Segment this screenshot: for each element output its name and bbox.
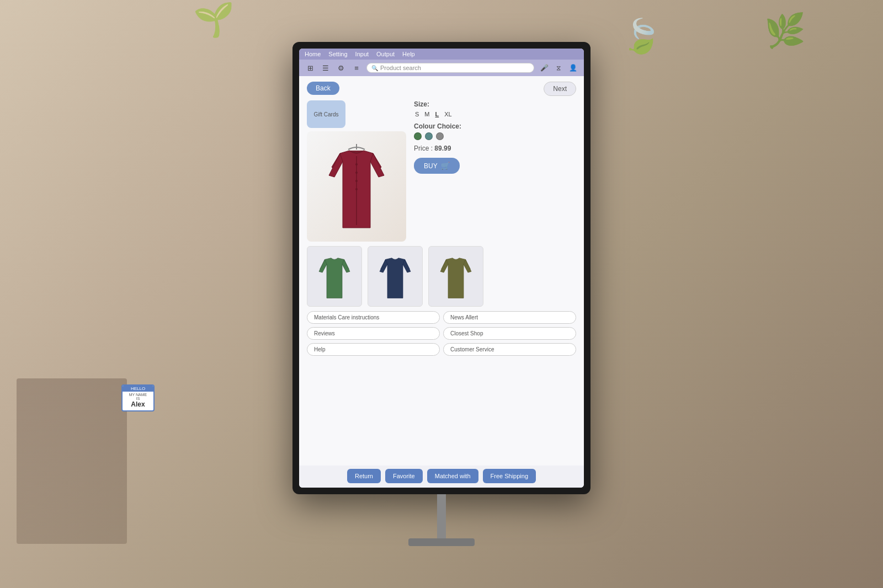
size-m[interactable]: M: [423, 110, 430, 118]
reviews-button[interactable]: Reviews: [307, 327, 440, 340]
svg-point-3: [355, 172, 358, 174]
cart-icon: 🛒: [441, 162, 450, 170]
size-xl[interactable]: XL: [443, 110, 453, 118]
menu-help[interactable]: Help: [402, 51, 415, 57]
matched-with-button[interactable]: Matched with: [427, 469, 478, 483]
menu-home[interactable]: Home: [305, 51, 321, 57]
help-button[interactable]: Help: [307, 343, 440, 356]
info-grid: Materials Care instructions News Allert …: [307, 311, 576, 356]
filter-icon[interactable]: ⧖: [553, 62, 564, 73]
size-options: S M L XL: [414, 110, 576, 118]
buy-button[interactable]: BUY 🛒: [414, 158, 460, 174]
main-product-image: [307, 131, 406, 242]
colour-green[interactable]: [414, 132, 422, 140]
product-details: Size: S M L XL Colour Choice:: [412, 100, 576, 174]
closest-shop-button[interactable]: Closest Shop: [443, 327, 576, 340]
menu-setting[interactable]: Setting: [328, 51, 347, 57]
badge-name: Alex: [127, 400, 149, 408]
badge-hello-text: HELLO: [123, 386, 153, 392]
colour-label: Colour Choice:: [414, 122, 576, 130]
favorite-button[interactable]: Favorite: [385, 469, 423, 483]
grid-icon[interactable]: ⊞: [305, 62, 316, 73]
thumb-shirt-navy: [376, 252, 414, 301]
staff-badge: HELLO MY NAME IS Alex: [121, 384, 155, 411]
thumbnail-green[interactable]: [307, 246, 362, 307]
list-icon[interactable]: ☰: [320, 62, 331, 73]
clothing-rack: [17, 378, 127, 544]
size-label: Size:: [414, 100, 576, 108]
size-s[interactable]: S: [414, 110, 420, 118]
main-content: Back Next Gift Cards: [299, 76, 584, 466]
menu-output[interactable]: Output: [376, 51, 395, 57]
buy-label: BUY: [424, 162, 438, 170]
thumb-shirt-green: [315, 252, 354, 301]
gift-cards-button[interactable]: Gift Cards: [307, 100, 345, 128]
thumbnail-row: [307, 246, 576, 307]
plant-decoration-2: 🌱: [193, 0, 235, 39]
stand-pole: [437, 494, 446, 538]
materials-button[interactable]: Materials Care instructions: [307, 311, 440, 324]
monitor-frame: Home Setting Input Output Help ⊞ ☰ ⚙ ≡ 🔍…: [292, 42, 591, 494]
toolbar-right: 🎤 ⧖ 👤: [539, 62, 578, 73]
mic-icon[interactable]: 🎤: [539, 62, 550, 73]
search-icon: 🔍: [371, 65, 378, 71]
monitor-screen: Home Setting Input Output Help ⊞ ☰ ⚙ ≡ 🔍…: [299, 49, 584, 488]
back-button[interactable]: Back: [307, 82, 339, 95]
stand-base: [408, 538, 475, 546]
svg-point-5: [355, 188, 358, 190]
thumbnail-olive[interactable]: [428, 246, 483, 307]
badge-subtitle: MY NAME IS: [127, 393, 149, 400]
shirt-svg: [321, 140, 392, 233]
menu-icon[interactable]: ≡: [351, 62, 362, 73]
gear-icon[interactable]: ⚙: [336, 62, 347, 73]
colour-teal[interactable]: [425, 132, 433, 140]
product-main: Gift Cards: [307, 100, 576, 242]
price-value: 89.99: [434, 145, 451, 152]
thumbnail-navy[interactable]: [368, 246, 423, 307]
svg-point-2: [355, 163, 358, 165]
search-placeholder: Product search: [380, 65, 421, 71]
plant-decoration-3: 🍃: [621, 17, 662, 56]
menu-input[interactable]: Input: [355, 51, 369, 57]
next-button[interactable]: Next: [544, 82, 576, 96]
price-label: Price :: [414, 145, 433, 152]
plant-decoration-1: 🌿: [764, 11, 806, 50]
user-icon[interactable]: 👤: [567, 62, 578, 73]
search-box[interactable]: 🔍 Product search: [366, 63, 534, 73]
bottom-actions: Return Favorite Matched with Free Shippi…: [299, 466, 584, 488]
colour-gray[interactable]: [436, 132, 444, 140]
toolbar: ⊞ ☰ ⚙ ≡ 🔍 Product search 🎤 ⧖ 👤: [299, 60, 584, 76]
customer-service-button[interactable]: Customer Service: [443, 343, 576, 356]
svg-point-4: [355, 180, 358, 182]
free-shipping-button[interactable]: Free Shipping: [483, 469, 536, 483]
price-row: Price : 89.99: [414, 145, 576, 152]
return-button[interactable]: Return: [347, 469, 381, 483]
menu-bar: Home Setting Input Output Help: [299, 49, 584, 60]
kiosk-wrapper: Home Setting Input Output Help ⊞ ☰ ⚙ ≡ 🔍…: [292, 42, 591, 546]
thumb-shirt-olive: [437, 252, 475, 301]
colour-options: [414, 132, 576, 140]
nav-row: Back Next: [307, 82, 576, 96]
news-button[interactable]: News Allert: [443, 311, 576, 324]
product-image-area: Gift Cards: [307, 100, 406, 242]
size-l[interactable]: L: [434, 110, 440, 118]
